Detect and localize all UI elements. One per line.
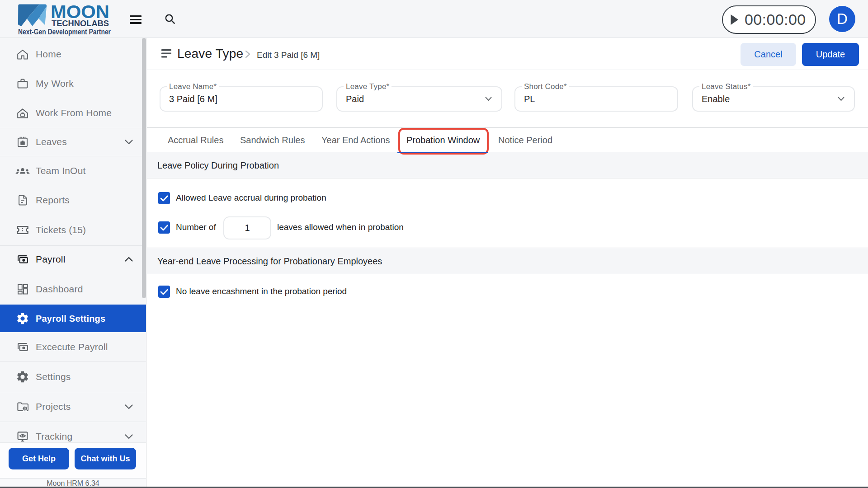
svg-text:Next-Gen Development Partner: Next-Gen Development Partner	[18, 28, 111, 36]
svg-text:TECHNOLABS: TECHNOLABS	[52, 19, 109, 28]
